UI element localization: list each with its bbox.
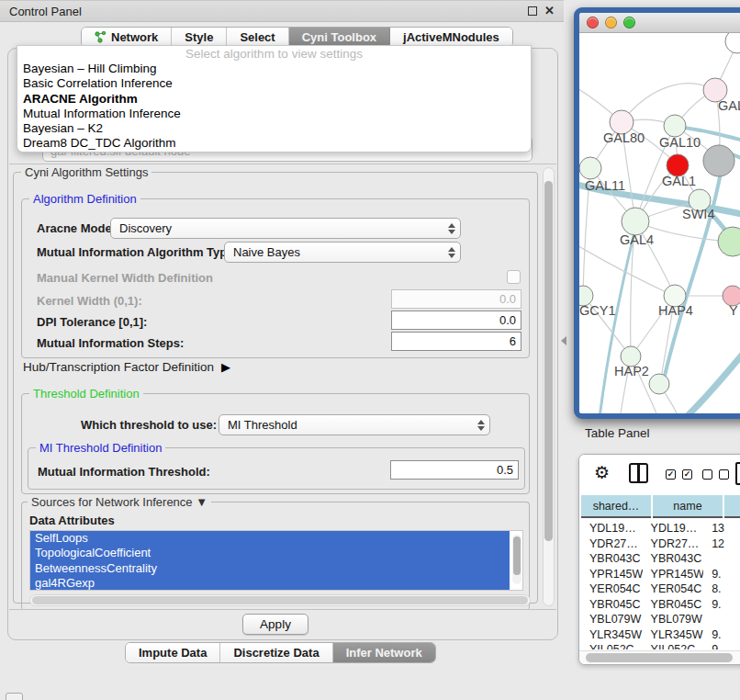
table-row[interactable]: YIL052CYIL052C9 (581, 642, 740, 649)
minimized-panel-icon[interactable] (6, 693, 23, 700)
algorithm-dropdown-popup: Select algorithm to view settings Bayesi… (17, 45, 532, 152)
data-attribute-item-selected[interactable]: gal4RGexp (30, 576, 510, 591)
cyni-mode-tab-bar: Impute Data Discretize Data Infer Networ… (125, 642, 436, 663)
deselect-all-checkbox-icon[interactable] (702, 469, 712, 480)
table-cell: 9. (703, 627, 740, 643)
sources-group: Sources for Network Inference ▼ Data Att… (21, 502, 530, 610)
aracne-mode-select[interactable]: Discovery (110, 218, 461, 239)
network-node[interactable] (703, 145, 734, 176)
zoom-window-icon[interactable] (623, 17, 635, 28)
columns-icon[interactable] (629, 463, 648, 483)
sources-legend[interactable]: Sources for Network Inference ▼ (28, 495, 211, 509)
tab-style[interactable]: Style (172, 28, 227, 47)
tab-impute-data[interactable]: Impute Data (126, 643, 220, 662)
algorithm-definition-legend: Algorithm Definition (29, 192, 140, 206)
data-attribute-item-selected[interactable]: BetweennessCentrality (30, 561, 510, 576)
table-cell: 9. (703, 597, 740, 613)
network-edge-thick[interactable] (680, 333, 740, 413)
data-attribute-item-selected[interactable]: TopologicalCoefficient (30, 546, 510, 560)
table-row[interactable]: YBL079WYBL079W (581, 612, 740, 627)
algorithm-option[interactable]: Basic Correlation Inference (17, 76, 531, 91)
table-row[interactable]: YBR045CYBR045C9. (581, 597, 740, 613)
network-icon (95, 31, 107, 43)
tab-jactivemnodules[interactable]: jActiveMNodules (390, 28, 512, 47)
network-node-label: GAL10 (659, 135, 701, 150)
which-threshold-select[interactable]: MI Threshold (219, 414, 490, 435)
kernel-width-input[interactable] (391, 289, 521, 309)
which-threshold-label: Which threshold to use: (81, 418, 217, 432)
table-cell: YDR27… (581, 536, 643, 552)
table-cell: YBR043C (643, 551, 704, 567)
table-cell: 9. (703, 567, 740, 582)
stepper-icon (475, 420, 488, 431)
data-attribute-item-selected[interactable]: SelfLoops (30, 531, 510, 546)
cyni-settings-legend: Cyni Algorithm Settings (21, 165, 151, 179)
network-node[interactable] (649, 374, 669, 394)
network-node-gal10[interactable] (664, 115, 686, 137)
network-node-gal4[interactable] (622, 208, 649, 235)
attributes-scrollbar[interactable] (512, 535, 521, 584)
control-panel-titlebar: Control Panel ✕ (0, 0, 564, 22)
table-cell: YPR145W (643, 567, 704, 582)
network-node-label: Y (729, 303, 738, 318)
network-node-gal11[interactable] (579, 157, 601, 179)
table-column-header[interactable]: name (653, 495, 723, 518)
table-cell: YBL079W (581, 612, 643, 627)
dpi-tolerance-input[interactable] (391, 310, 521, 330)
manual-kernel-width-label: Manual Kernel Width Definition (37, 271, 213, 285)
table-cell: YBL079W (643, 612, 704, 627)
settings-scrollbar[interactable] (543, 167, 555, 606)
float-panel-icon[interactable] (528, 6, 537, 16)
mi-steps-input[interactable] (391, 332, 521, 351)
table-row[interactable]: YDL19…YDL19…13 (581, 521, 740, 536)
gear-icon[interactable]: ⚙ (594, 462, 610, 483)
manual-kernel-width-checkbox[interactable] (507, 270, 521, 284)
tab-network[interactable]: Network (82, 28, 172, 47)
table-cell (703, 551, 740, 567)
close-window-icon[interactable] (587, 17, 599, 28)
mi-algorithm-type-select[interactable]: Naive Bayes (224, 242, 461, 263)
algorithm-option[interactable]: Bayesian – K2 (17, 121, 531, 136)
algorithm-option[interactable]: Mutual Information Inference (17, 107, 531, 121)
select-all-checkbox-icon[interactable]: ✓ (666, 469, 676, 480)
table-cell: 13 (703, 521, 740, 536)
select-all-checkbox-icon[interactable]: ✓ (682, 469, 692, 480)
network-node[interactable] (725, 33, 740, 53)
data-attributes-label: Data Attributes (29, 514, 115, 527)
tab-infer-network[interactable]: Infer Network (333, 643, 435, 662)
deselect-all-checkbox-icon[interactable] (719, 469, 729, 480)
export-table-icon[interactable] (735, 462, 740, 485)
table-toolbar: ⚙ ✓ ✓ (579, 455, 740, 493)
table-hscrollbar[interactable] (579, 650, 740, 664)
table-column-header[interactable]: shared… (581, 495, 651, 518)
tab-cyni-toolbox[interactable]: Cyni Toolbox (289, 28, 390, 47)
table-cell: 9 (703, 642, 740, 649)
hub-definition-toggle[interactable]: Hub/Transcription Factor Definition ▶ (23, 360, 230, 374)
close-icon[interactable]: ✕ (544, 6, 555, 16)
algorithm-option[interactable]: Dream8 DC_TDC Algorithm (17, 136, 531, 151)
tab-select[interactable]: Select (227, 28, 288, 47)
panel-splitter-handle[interactable] (561, 336, 566, 345)
tab-discretize-data[interactable]: Discretize Data (220, 643, 332, 662)
table-column-header[interactable]: A (724, 495, 740, 518)
minimize-window-icon[interactable] (605, 17, 617, 28)
table-row[interactable]: YLR345WYLR345W9. (581, 627, 740, 643)
mi-threshold-input[interactable] (390, 460, 519, 480)
apply-button[interactable]: Apply (242, 614, 308, 635)
expanded-arrow-icon: ▼ (196, 495, 207, 509)
table-row[interactable]: YBR043CYBR043C (581, 551, 740, 567)
attributes-hscrollbar[interactable] (29, 594, 531, 606)
table-hscrollbar-thumb[interactable] (586, 653, 733, 662)
algorithm-option[interactable]: ARACNE Algorithm (17, 92, 531, 107)
network-node-label: HAP2 (614, 364, 649, 378)
settings-scrollbar-thumb[interactable] (544, 181, 553, 541)
tab-network-label: Network (111, 30, 158, 44)
algorithm-option[interactable]: Bayesian – Hill Climbing (17, 62, 531, 76)
network-node[interactable] (718, 227, 740, 256)
table-row[interactable]: YPR145WYPR145W9. (581, 567, 740, 582)
table-row[interactable]: YER054CYER054C8. (581, 581, 740, 597)
network-canvas[interactable]: GALGAL80GAL10GAL1GAL11SWI4GAL4GCY1HAP4YH… (579, 33, 740, 413)
network-node-label: GAL4 (620, 232, 654, 247)
table-row[interactable]: YDR27…YDR27…12 (581, 536, 740, 552)
table-cell: YDL19… (581, 521, 643, 536)
